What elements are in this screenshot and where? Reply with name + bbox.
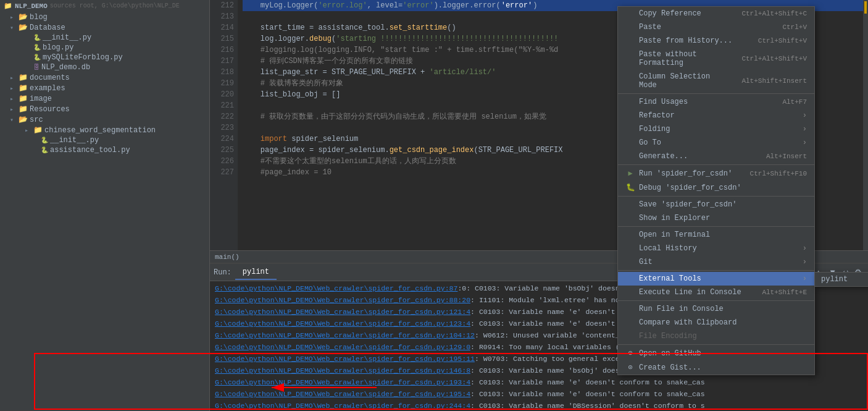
sidebar-item-blog[interactable]: 📂 blog bbox=[0, 12, 209, 22]
github-icon-gist: ⊙ bbox=[625, 363, 635, 372]
menu-debug[interactable]: 🐛 Debug 'spider_for_csdn' bbox=[618, 180, 814, 195]
folder-icon-blog: 📂 bbox=[19, 12, 28, 22]
submenu-pylint[interactable]: pylint bbox=[815, 273, 868, 286]
sidebar-label-resources: Resources bbox=[30, 105, 70, 114]
column-selection-shortcut: Alt+Shift+Insert bbox=[741, 77, 807, 85]
find-usages-shortcut: Alt+F7 bbox=[782, 98, 807, 106]
sidebar-item-src-init[interactable]: 🐍 __init__.py bbox=[0, 135, 209, 145]
menu-execute-console[interactable]: Execute Line in Console Alt+Shift+E bbox=[618, 286, 814, 299]
run-label: Run: bbox=[210, 267, 235, 278]
menu-generate[interactable]: Generate... Alt+Insert bbox=[618, 150, 814, 163]
file-encoding-label: File Encoding bbox=[639, 332, 807, 341]
sidebar-label-database: Database bbox=[30, 23, 65, 32]
menu-find-usages[interactable]: Find Usages Alt+F7 bbox=[618, 95, 814, 109]
sidebar-label-examples: examples bbox=[30, 84, 65, 93]
ln-213: 213 bbox=[210, 11, 234, 22]
git-arrow: › bbox=[803, 258, 807, 266]
open-terminal-label: Open in Terminal bbox=[639, 231, 807, 239]
menu-show-explorer[interactable]: Show in Explorer bbox=[618, 211, 814, 225]
ln-225: 225 bbox=[210, 145, 234, 156]
run-icon: ▶ bbox=[625, 169, 635, 178]
ln-217: 217 bbox=[210, 56, 234, 67]
sidebar-arrow-examples bbox=[10, 85, 19, 92]
sidebar-item-documents[interactable]: 📁 documents bbox=[0, 72, 209, 83]
sidebar-label-init: __init__.py bbox=[43, 33, 91, 42]
paste-no-format-shortcut: Ctrl+Alt+Shift+V bbox=[741, 55, 807, 62]
menu-file-encoding: File Encoding bbox=[618, 329, 814, 343]
menu-local-history[interactable]: Local History › bbox=[618, 242, 814, 255]
execute-console-label: Execute Line in Console bbox=[639, 288, 749, 297]
sidebar-arrow-image bbox=[10, 95, 19, 103]
menu-open-github[interactable]: ⊙ Open on GitHub bbox=[618, 346, 814, 360]
debug-icon: 🐛 bbox=[625, 183, 635, 192]
menu-open-terminal[interactable]: Open in Terminal bbox=[618, 228, 814, 242]
generate-label: Generate... bbox=[639, 152, 754, 161]
sep-1 bbox=[618, 93, 814, 94]
external-tools-submenu: pylint bbox=[814, 272, 868, 287]
menu-run[interactable]: ▶ Run 'spider_for_csdn' Ctrl+Shift+F10 bbox=[618, 166, 814, 180]
menu-run-file[interactable]: Run File in Console bbox=[618, 302, 814, 316]
menu-git[interactable]: Git › bbox=[618, 255, 814, 269]
sep-5 bbox=[618, 270, 814, 271]
db-icon-nlp: 🗄 bbox=[33, 64, 40, 71]
editor-area: 212 213 214 215 216 217 218 219 220 221 … bbox=[210, 0, 868, 411]
folder-icon-documents: 📁 bbox=[19, 73, 28, 82]
py-icon-init: 🐍 bbox=[33, 34, 41, 41]
line-numbers: 212 213 214 215 216 217 218 219 220 221 … bbox=[210, 0, 238, 250]
paste-shortcut: Ctrl+V bbox=[782, 23, 807, 31]
menu-paste[interactable]: Paste Ctrl+V bbox=[618, 20, 814, 34]
main-area: 📁 NLP_DEMO sources root, G:\code\python\… bbox=[0, 0, 868, 411]
scrollbar[interactable] bbox=[863, 0, 868, 250]
sep-6 bbox=[618, 300, 814, 301]
sidebar-item-init-py[interactable]: 🐍 __init__.py bbox=[0, 33, 209, 43]
paste-history-shortcut: Ctrl+Shift+V bbox=[758, 37, 807, 44]
editor-bottom-label: main() bbox=[215, 253, 240, 261]
menu-save[interactable]: Save 'spider_for_csdn' bbox=[618, 198, 814, 211]
menu-refactor[interactable]: Refactor › bbox=[618, 109, 814, 122]
run-file-label: Run File in Console bbox=[639, 305, 807, 313]
menu-paste-no-format[interactable]: Paste without Formatting Ctrl+Alt+Shift+… bbox=[618, 48, 814, 70]
sidebar-item-resources[interactable]: 📁 Resources bbox=[0, 104, 209, 114]
tab-pylint[interactable]: pylint bbox=[235, 265, 277, 280]
sidebar-label-blog: blog bbox=[30, 13, 48, 22]
scroll-indicator bbox=[864, 1, 867, 14]
run-shortcut: Ctrl+Shift+F10 bbox=[750, 170, 807, 177]
menu-create-gist[interactable]: ⊙ Create Gist... bbox=[618, 360, 814, 375]
sidebar-root-label: NLP_DEMO bbox=[15, 2, 48, 10]
ln-214: 214 bbox=[210, 22, 234, 33]
menu-paste-history[interactable]: Paste from History... Ctrl+Shift+V bbox=[618, 34, 814, 48]
sidebar-item-src[interactable]: 📂 src bbox=[0, 114, 209, 125]
sidebar-item-examples[interactable]: 📁 examples bbox=[0, 83, 209, 93]
menu-compare-clipboard[interactable]: Compare with Clipboard bbox=[618, 316, 814, 329]
ln-212: 212 bbox=[210, 0, 234, 11]
generate-shortcut: Alt+Insert bbox=[766, 153, 807, 160]
menu-goto[interactable]: Go To › bbox=[618, 136, 814, 150]
menu-external-tools[interactable]: External Tools › pylint bbox=[618, 272, 814, 286]
menu-folding[interactable]: Folding › bbox=[618, 122, 814, 136]
folder-icon-database: 📂 bbox=[19, 23, 28, 32]
py-icon-src-init: 🐍 bbox=[41, 137, 48, 144]
menu-column-selection[interactable]: Column Selection Mode Alt+Shift+Insert bbox=[618, 70, 814, 92]
menu-copy-reference[interactable]: Copy Reference Ctrl+Alt+Shift+C bbox=[618, 7, 814, 20]
sep-3 bbox=[618, 196, 814, 197]
sidebar-item-nlp-db[interactable]: 🗄 NLP_demo.db bbox=[0, 62, 209, 72]
paste-history-label: Paste from History... bbox=[639, 36, 746, 45]
sep-2 bbox=[618, 164, 814, 165]
sidebar-item-assistance[interactable]: 🐍 assistance_tool.py bbox=[0, 145, 209, 155]
sidebar-item-blog-py[interactable]: 🐍 blog.py bbox=[0, 43, 209, 53]
sidebar-label-cws: chinese_word_segmentation bbox=[44, 126, 156, 135]
ln-223: 223 bbox=[210, 122, 234, 133]
debug-label: Debug 'spider_for_csdn' bbox=[639, 184, 795, 192]
sidebar-item-mysql[interactable]: 🐍 mySQLiteForblog.py bbox=[0, 53, 209, 62]
sidebar-label-nlp-db: NLP_demo.db bbox=[41, 63, 90, 72]
sidebar-item-image[interactable]: 📁 image bbox=[0, 93, 209, 104]
output-line-11: G:\code\python\NLP_DEMO\Web_crawler\spid… bbox=[210, 400, 868, 411]
sidebar-item-database[interactable]: 📂 Database bbox=[0, 22, 209, 33]
refactor-arrow: › bbox=[803, 111, 807, 120]
app-container: 📁 NLP_DEMO sources root, G:\code\python\… bbox=[0, 0, 868, 411]
external-tools-label: External Tools bbox=[639, 274, 798, 283]
sidebar-item-cws[interactable]: 📁 chinese_word_segmentation bbox=[0, 125, 209, 135]
py-icon-blog: 🐍 bbox=[33, 44, 41, 51]
folder-icon-image: 📁 bbox=[19, 94, 28, 103]
create-gist-label: Create Gist... bbox=[639, 363, 807, 372]
